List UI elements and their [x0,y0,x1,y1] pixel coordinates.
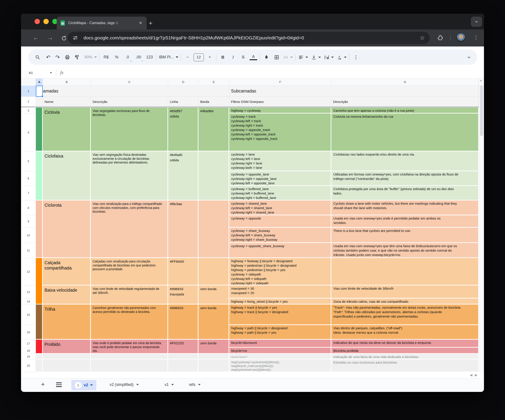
row-header-19[interactable]: 19 [21,354,36,359]
cell-B20[interactable] [43,359,91,372]
row-header-7[interactable]: 7 [21,186,36,200]
avatar[interactable] [456,33,465,42]
cell-G20[interactable]: Estradas ou ruas exclusivas para bicicle… [331,359,479,372]
cell-B15[interactable]: Trilha [43,304,91,340]
row-header-18[interactable]: 18 [21,348,36,354]
close-window-button[interactable] [35,19,40,24]
cell-B17[interactable]: Proibido [43,340,91,354]
cell-F14[interactable]: highway = living_street || bicycle = yes [229,298,331,304]
row-header-5[interactable]: 5 [21,151,36,171]
cell-F13[interactable]: maxspeed = 30maxspeed = 20 [229,285,331,298]
sheet-tab-v2-simplified[interactable]: v2 (simplified) [110,382,139,387]
cell-C20[interactable] [91,359,168,372]
cell-C3[interactable]: Vias segregadas exclusivas para fluxo de… [91,108,168,151]
ciclovia-color-strip[interactable] [36,108,43,151]
reload-icon[interactable] [61,35,67,41]
url-bar[interactable]: docs.google.com/spreadsheets/d/1grTpS1Nr… [68,32,430,44]
cell-D20[interactable] [168,359,198,372]
header-linha[interactable]: Linha [168,97,198,106]
column-header-A[interactable]: A [36,79,43,86]
cell-G17[interactable]: Indicativo de que nesta via deve-se desc… [331,340,479,348]
all-sheets-icon[interactable] [56,382,62,388]
cell-A19[interactable] [36,354,43,359]
cell-C5[interactable]: Vias sem segregação física destinadas ex… [91,151,168,200]
name-box-caret[interactable] [50,72,52,74]
cell-G9[interactable]: Usada em vias com oneway=yes onde é perm… [331,215,479,228]
new-tab-button[interactable]: + [149,19,153,27]
cell-B3[interactable]: Ciclovia [43,108,91,151]
row-header-9[interactable]: 9 [21,215,36,228]
scroll-left-icon[interactable]: ◀ [470,373,473,377]
trilha-color-strip[interactable] [36,304,43,340]
browser-menu-icon[interactable]: ⋮ [473,35,479,41]
text-wrap-icon[interactable] [324,53,334,62]
row-header-12[interactable]: 12 [21,258,36,285]
url-text[interactable]: docs.google.com/spreadsheets/d/1grTpS1Nr… [83,35,420,41]
cell-E3[interactable]: #4ba96e [198,108,229,151]
search-icon[interactable] [34,53,41,62]
more-options-icon[interactable]: ⋮ [352,53,360,62]
column-header-G[interactable]: G [331,79,479,86]
number-format-button[interactable]: 123 [146,53,153,62]
cell-E20[interactable] [198,359,229,372]
cell-G14[interactable]: Zona de trânsito calmo, ruas de uso comp… [331,298,479,304]
cell-F7[interactable]: cycleway = buffered_lanecycleway:left = … [229,186,331,200]
decrease-decimals-button[interactable]: .0← [124,53,131,62]
column-header-B[interactable]: B [43,79,91,86]
cell-G7[interactable]: Ciclofaixa protegida por uma área de "bu… [331,186,479,200]
cell-E19[interactable] [198,354,229,359]
cell-D13[interactable]: #996633tracejada [168,285,198,304]
cell-F6[interactable]: cycleway = opposite_lanecycleway:right =… [229,171,331,186]
cell-D15[interactable]: #996633 [168,304,198,340]
cell-F10[interactable]: cycleway = share_buswaycycleway:left = s… [229,228,331,243]
cell-E15[interactable]: sem borda [198,304,229,340]
strikethrough-button[interactable]: S [240,53,247,62]
undo-icon[interactable]: ↶ [44,53,52,62]
decrease-font-size-button[interactable]: − [184,53,191,62]
header-descricao-2[interactable]: Descrição [331,97,479,106]
merge-cells-icon[interactable] [283,53,293,62]
row-header-8[interactable]: 8 [21,200,36,215]
row-header-17[interactable]: 17 [21,340,36,348]
cell-G6[interactable]: Utilizadas em formas com oneway=yes, com… [331,171,479,186]
zoom-select[interactable]: 90% [84,53,97,62]
cell-E12[interactable] [198,258,229,285]
cell-B5[interactable]: Ciclofaixa [43,151,91,200]
vertical-align-icon[interactable] [311,53,321,62]
cell-F20[interactable]: way['cycleway'=cyclestreet]({{bbox}});wa… [229,359,331,372]
cell-D3[interactable]: #65df97sólida [168,108,198,151]
header-descricao[interactable]: Descrição [91,97,168,106]
header-filtros[interactable]: Filtros OSM Overpass [229,97,331,106]
format-percent-button[interactable]: % [113,53,120,62]
row-header-3[interactable]: 3 [21,108,36,113]
vertical-scroll-thumb[interactable] [480,85,483,136]
italic-button[interactable]: I [229,53,237,62]
cell-G11[interactable]: Usada em vias com oneway=yes que tèm uma… [331,243,479,258]
row-header-11[interactable]: 11 [21,243,36,258]
cell-F8[interactable]: cycleway = shared_lanecycleway:left = sh… [229,200,331,215]
corner-cell[interactable] [21,79,36,86]
back-icon[interactable]: ← [33,34,39,41]
cell-F12[interactable]: highway = footway || bicycle = designate… [229,258,331,285]
cell-B19[interactable] [43,354,91,359]
cell-G19[interactable]: Indicação de uma faixa de uma vida dedic… [331,354,479,359]
font-size-input[interactable]: 12 [194,53,204,61]
cell-C19[interactable] [91,354,168,359]
cell-G15[interactable]: "Track": Vias não pavimentadas, normalme… [331,304,479,325]
cell-E8[interactable] [198,200,229,258]
subcamadas-title[interactable]: Subcamadas [229,86,479,97]
horizontal-align-icon[interactable] [298,53,308,62]
text-rotation-icon[interactable]: A [337,53,347,62]
cell-C12[interactable]: Calçadas com sinalização para circulação… [91,258,168,285]
row-header-14[interactable]: 14 [21,298,36,304]
camadas-title[interactable]: Camadas [36,86,229,97]
redo-icon[interactable]: ↷ [54,53,61,62]
cell-F11[interactable]: cycleway = opposite_share_busway [229,243,331,258]
extensions-icon[interactable] [437,34,444,41]
cell-D17[interactable]: #F5222D [168,340,198,354]
row-header-2[interactable]: 2 [21,97,36,106]
column-header-D[interactable]: D [168,79,198,86]
cell-D5[interactable]: #b4fad0sólida [168,151,198,200]
font-select[interactable]: IBM Pl... [159,53,178,62]
row-header-1[interactable]: 1 [21,86,36,97]
